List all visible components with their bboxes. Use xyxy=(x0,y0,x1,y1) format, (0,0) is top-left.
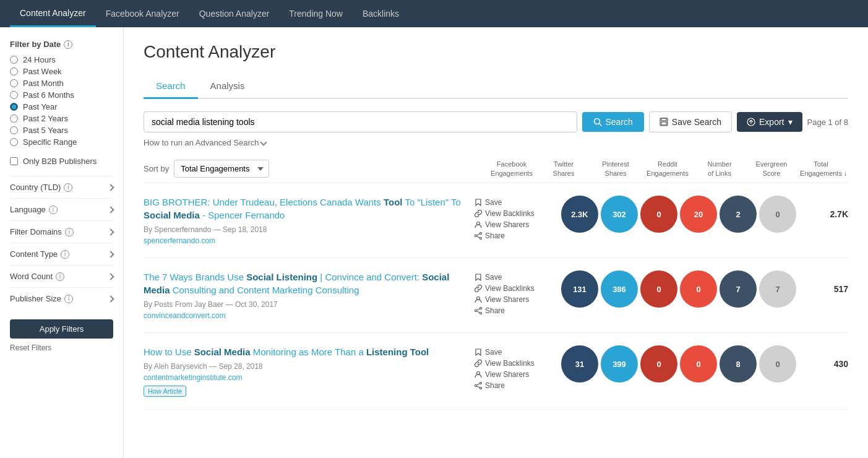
result-metrics-3: 31 399 0 0 8 0 430 xyxy=(561,345,848,382)
result-title-3[interactable]: How to Use Social Media Monitoring as Mo… xyxy=(144,345,465,358)
metric-evergreen-3: 0 xyxy=(759,345,796,382)
action-backlinks-3[interactable]: View Backlinks xyxy=(475,359,561,368)
nav-backlinks[interactable]: Backlinks xyxy=(353,0,409,27)
filter-language[interactable]: Language i xyxy=(10,198,113,220)
top-nav: Content Analyzer Facebook Analyzer Quest… xyxy=(0,0,868,27)
date-option-week[interactable]: Past Week xyxy=(10,67,113,76)
result-actions-2: Save View Backlinks View Sharers Share xyxy=(475,270,561,315)
filter-date-info-icon[interactable]: i xyxy=(64,40,72,49)
filter-word-count[interactable]: Word Count i xyxy=(10,265,113,287)
b2b-checkbox[interactable]: Only B2B Publishers xyxy=(10,157,113,166)
date-option-5years[interactable]: Past 5 Years xyxy=(10,126,113,135)
table-row: BIG BROTHER: Under Trudeau, Elections Ca… xyxy=(144,183,848,258)
search-icon xyxy=(593,118,602,126)
svg-point-9 xyxy=(480,238,482,240)
date-option-24h[interactable]: 24 Hours xyxy=(10,55,113,64)
search-button[interactable]: Search xyxy=(582,112,644,132)
bookmark-icon xyxy=(475,274,482,281)
svg-line-10 xyxy=(476,234,479,236)
result-meta-2: By Posts From Jay Baer — Oct 30, 2017 xyxy=(144,300,465,309)
result-metrics-2: 131 386 0 0 7 7 517 xyxy=(561,270,848,308)
metric-reddit-1: 20 xyxy=(680,196,717,233)
col-header-evergreen: EvergreenScore xyxy=(747,160,796,178)
filter-word-count-info-icon[interactable]: i xyxy=(56,272,64,281)
reset-filters-link[interactable]: Reset Filters xyxy=(10,344,113,352)
link-icon xyxy=(475,285,482,292)
metric-reddit-2: 0 xyxy=(680,270,717,308)
result-domain-1[interactable]: spencerfernando.com xyxy=(144,236,465,245)
result-metrics-1: 2.3K 302 0 20 2 0 2.7K xyxy=(561,196,848,233)
svg-rect-4 xyxy=(661,122,666,125)
metric-facebook-1: 2.3K xyxy=(561,196,598,233)
svg-point-14 xyxy=(475,310,477,312)
result-content-2: The 7 Ways Brands Use Social Listening |… xyxy=(144,270,475,320)
sort-select[interactable]: Total Engagements xyxy=(174,160,269,178)
action-sharers-3[interactable]: View Sharers xyxy=(475,370,561,379)
metric-links-3: 8 xyxy=(720,345,757,382)
filter-domains-info-icon[interactable]: i xyxy=(65,228,74,236)
svg-point-19 xyxy=(480,382,482,384)
filter-country[interactable]: Country (TLD) i xyxy=(10,176,113,198)
date-option-year[interactable]: Past Year xyxy=(10,102,113,111)
export-icon xyxy=(747,118,755,126)
filter-content-type-info-icon[interactable]: i xyxy=(61,250,69,259)
table-row: How to Use Social Media Monitoring as Mo… xyxy=(144,333,848,410)
tab-search[interactable]: Search xyxy=(144,74,198,99)
nav-content-analyzer[interactable]: Content Analyzer xyxy=(10,0,96,27)
export-button[interactable]: Export ▾ xyxy=(737,112,802,132)
date-option-range[interactable]: Specific Range xyxy=(10,137,113,147)
svg-line-17 xyxy=(476,311,479,313)
metric-evergreen-2: 7 xyxy=(759,270,796,308)
nav-question-analyzer[interactable]: Question Analyzer xyxy=(189,0,280,27)
metric-total-2: 517 xyxy=(799,284,848,294)
action-sharers-1[interactable]: View Sharers xyxy=(475,220,561,229)
metric-twitter-2: 386 xyxy=(601,270,638,308)
result-title-2[interactable]: The 7 Ways Brands Use Social Listening |… xyxy=(144,270,465,296)
filter-country-info-icon[interactable]: i xyxy=(64,183,72,192)
filter-word-count-chevron xyxy=(107,273,114,280)
filter-content-type[interactable]: Content Type i xyxy=(10,243,113,265)
filter-domains[interactable]: Filter Domains i xyxy=(10,220,113,243)
action-sharers-2[interactable]: View Sharers xyxy=(475,295,561,304)
metric-facebook-2: 131 xyxy=(561,270,598,308)
nav-trending-now[interactable]: Trending Now xyxy=(279,0,353,27)
action-share-1[interactable]: Share xyxy=(475,231,561,240)
share-icon xyxy=(475,307,482,314)
result-domain-2[interactable]: convinceandconvert.com xyxy=(144,311,465,320)
result-domain-3[interactable]: contentmarketinginstitute.com xyxy=(144,373,465,382)
action-save-1[interactable]: Save xyxy=(475,198,561,207)
action-backlinks-2[interactable]: View Backlinks xyxy=(475,284,561,293)
date-option-6months[interactable]: Past 6 Months xyxy=(10,90,113,100)
date-option-2years[interactable]: Past 2 Years xyxy=(10,114,113,123)
result-meta-3: By Aleh Barysevich — Sep 28, 2018 xyxy=(144,362,465,371)
result-actions-3: Save View Backlinks View Sharers Share xyxy=(475,345,561,390)
filter-content-type-chevron xyxy=(107,251,114,257)
metric-twitter-3: 399 xyxy=(601,345,638,382)
sort-label: Sort by xyxy=(144,164,169,173)
action-save-3[interactable]: Save xyxy=(475,348,561,356)
tab-analysis[interactable]: Analysis xyxy=(198,74,257,99)
date-option-month[interactable]: Past Month xyxy=(10,79,113,88)
main-content: Content Analyzer Search Analysis Search … xyxy=(124,27,868,458)
action-share-3[interactable]: Share xyxy=(475,381,561,390)
search-input[interactable] xyxy=(144,111,577,132)
action-backlinks-1[interactable]: View Backlinks xyxy=(475,209,561,218)
action-share-2[interactable]: Share xyxy=(475,306,561,315)
filter-publisher-size-info-icon[interactable]: i xyxy=(64,295,73,303)
filter-language-info-icon[interactable]: i xyxy=(49,205,58,214)
result-title-1[interactable]: BIG BROTHER: Under Trudeau, Elections Ca… xyxy=(144,196,465,222)
action-save-2[interactable]: Save xyxy=(475,273,561,282)
svg-point-8 xyxy=(475,235,477,237)
save-search-button[interactable]: Save Search xyxy=(649,111,732,132)
advanced-search-link[interactable]: How to run an Advanced Search xyxy=(144,138,266,147)
col-header-facebook: FacebookEngagements xyxy=(487,160,536,178)
nav-facebook-analyzer[interactable]: Facebook Analyzer xyxy=(96,0,189,27)
apply-filters-button[interactable]: Apply Filters xyxy=(10,319,113,339)
date-filter-group: 24 Hours Past Week Past Month Past 6 Mon… xyxy=(10,55,113,147)
result-tag-3: How Article xyxy=(144,386,186,397)
page-info: Page 1 of 8 xyxy=(807,118,849,127)
result-meta-1: By Spencerfernando — Sep 18, 2018 xyxy=(144,225,465,234)
svg-point-20 xyxy=(475,385,477,387)
filter-country-chevron xyxy=(107,184,114,191)
filter-publisher-size[interactable]: Publisher Size i xyxy=(10,287,113,309)
